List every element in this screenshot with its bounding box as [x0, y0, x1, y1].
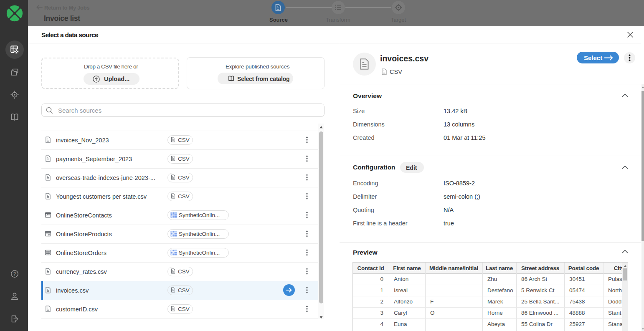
- svg-text:?: ?: [13, 271, 16, 276]
